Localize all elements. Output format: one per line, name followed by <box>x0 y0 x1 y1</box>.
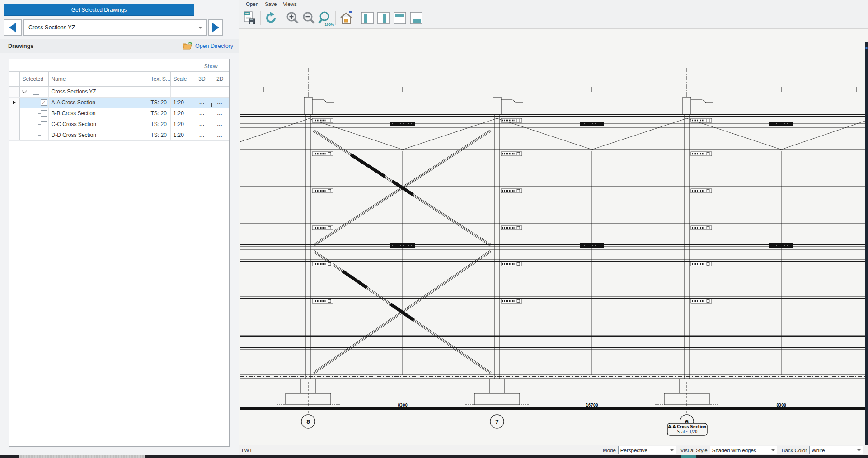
show-2d-button[interactable]: … <box>211 97 229 108</box>
row-checkbox[interactable] <box>41 110 47 117</box>
row-checkbox[interactable] <box>41 132 47 138</box>
scale-value: 1:20 <box>170 130 193 140</box>
drawing-name: A-A Cross Section <box>48 97 148 108</box>
table-row[interactable]: ✓A-A Cross SectionTS: 201:20…… <box>9 97 229 108</box>
table-row[interactable]: B-B Cross SectionTS: 201:20…… <box>9 108 229 119</box>
dock-left-icon <box>360 11 375 25</box>
previous-button[interactable] <box>4 19 22 36</box>
back-color-combobox[interactable]: White <box>809 446 863 454</box>
visual-style-combobox[interactable]: Shaded with edges <box>710 446 777 454</box>
back-color-value: White <box>812 448 825 453</box>
view-title: A-A Cross Section <box>668 425 707 429</box>
fit-view-button[interactable] <box>338 9 354 27</box>
toolbar-separator <box>357 11 357 25</box>
taskbar-app-indicator <box>681 455 696 458</box>
show-3d-button[interactable]: … <box>193 97 211 108</box>
cross-section-drawing: 8300167008300876A-A Cross SectionScale: … <box>239 29 868 445</box>
drawing-name: B-B Cross Section <box>48 108 148 119</box>
visual-style-label: Visual Style <box>680 448 708 453</box>
back-color-label: Back Color <box>782 448 807 453</box>
save-image-button[interactable]: IMG <box>242 9 258 27</box>
drawing-name: D-D Cross Section <box>48 130 148 140</box>
arrow-left-icon <box>9 23 16 33</box>
text-size-value: TS: 20 <box>148 130 170 140</box>
zoom-100-button[interactable]: 100% <box>317 9 333 27</box>
zoom-out-button[interactable] <box>300 9 317 27</box>
row-indicator <box>9 108 19 119</box>
get-selected-drawings-button[interactable]: Get Selected Drawings <box>4 4 194 16</box>
drawings-title: Drawings <box>8 43 33 49</box>
open-directory-link[interactable]: Open Directory <box>182 42 233 50</box>
expand-chevron-icon[interactable] <box>22 88 27 93</box>
row-checkbox[interactable] <box>33 89 39 95</box>
text-size-value: TS: 20 <box>148 119 170 130</box>
divider <box>0 38 239 38</box>
col-header-text-size[interactable]: Text S... <box>148 71 170 86</box>
tree-connector-stub <box>33 130 41 136</box>
row-checkbox[interactable] <box>41 121 47 127</box>
mode-combobox[interactable]: Perspective <box>618 446 676 454</box>
save-image-icon: IMG <box>243 11 257 25</box>
col-header-3d[interactable]: 3D <box>193 71 211 86</box>
dock-right-button[interactable] <box>375 9 392 27</box>
drawing-set-combobox[interactable]: Cross Sections YZ <box>23 19 207 36</box>
tree-connector-stub <box>33 108 41 114</box>
show-3d-button[interactable]: … <box>193 108 211 119</box>
zoom-in-button[interactable] <box>284 9 300 27</box>
scale-value <box>170 86 193 97</box>
drawing-name: C-C Cross Section <box>48 119 148 130</box>
grid-bubble-label: 7 <box>495 419 499 425</box>
menu-save[interactable]: Save <box>265 1 277 7</box>
arrow-right-icon <box>212 23 219 33</box>
dock-top-icon <box>393 11 407 25</box>
next-button[interactable] <box>208 19 223 36</box>
view-scale: Scale: 1/20 <box>677 430 698 434</box>
toolbar-separator <box>335 11 336 25</box>
drawing-viewport[interactable]: 8300167008300876A-A Cross SectionScale: … <box>239 29 868 445</box>
col-header-2d[interactable]: 2D <box>211 71 229 86</box>
app-window: Get Selected Drawings Cross Sections YZ … <box>0 0 868 458</box>
span-dimension: 8300 <box>776 403 786 407</box>
show-3d-button[interactable]: … <box>193 119 211 130</box>
zoom-in-icon <box>285 11 300 25</box>
table-row[interactable]: Cross Sections YZ…… <box>9 86 229 97</box>
tree-connector-stub <box>33 119 41 125</box>
col-header-selected[interactable]: Selected <box>19 71 48 86</box>
chevron-down-icon <box>198 27 202 29</box>
tree-connector-stub <box>33 98 41 103</box>
table-header-row: Selected Name Text S... Scale 3D 2D <box>9 71 229 86</box>
show-3d-button[interactable]: … <box>193 130 211 140</box>
chevron-down-icon <box>771 449 775 451</box>
current-row-arrow-icon <box>13 101 16 104</box>
row-checkbox[interactable]: ✓ <box>41 99 47 106</box>
home-icon <box>339 11 353 25</box>
col-header-name[interactable]: Name <box>48 71 148 86</box>
open-directory-label: Open Directory <box>195 43 233 49</box>
drawings-list: Show Selected Name Text S... Scale 3D 2D… <box>9 59 230 447</box>
table-group-header-row: Show <box>9 61 229 71</box>
dock-top-button[interactable] <box>392 9 408 27</box>
show-2d-button[interactable]: … <box>211 108 229 119</box>
table-row[interactable]: D-D Cross SectionTS: 201:20…… <box>9 130 229 140</box>
scale-value: 1:20 <box>170 119 193 130</box>
dock-bottom-button[interactable] <box>408 9 424 27</box>
show-3d-button[interactable]: … <box>193 86 211 97</box>
scale-value: 1:20 <box>170 108 193 119</box>
show-2d-button[interactable]: … <box>211 119 229 130</box>
show-2d-button[interactable]: … <box>211 86 229 97</box>
show-2d-button[interactable]: … <box>211 130 229 140</box>
table-row[interactable]: C-C Cross SectionTS: 201:20…… <box>9 119 229 130</box>
row-indicator <box>9 97 19 108</box>
refresh-view-button[interactable] <box>263 9 279 27</box>
taskbar-edge <box>0 455 868 458</box>
dock-left-button[interactable] <box>359 9 375 27</box>
open-folder-icon <box>182 42 193 50</box>
menu-views[interactable]: Views <box>283 1 296 7</box>
chevron-down-icon <box>857 449 861 451</box>
toolbar-separator <box>260 11 261 25</box>
statusbar: LWT Mode Perspective Visual Style Shaded… <box>239 445 868 455</box>
dock-right-icon <box>376 11 391 25</box>
col-header-scale[interactable]: Scale <box>170 71 193 86</box>
taskbar-segment <box>19 455 145 458</box>
menu-open[interactable]: Open <box>246 1 258 7</box>
